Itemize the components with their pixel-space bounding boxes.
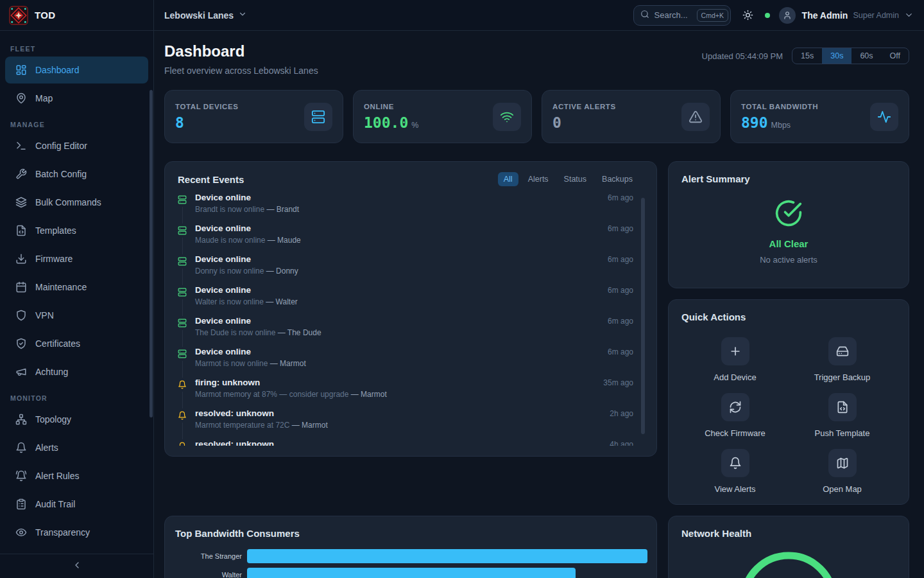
quick-action-trigger-backup: Trigger Backup [789, 337, 896, 382]
check-circle-icon [774, 199, 803, 230]
sidebar-item-batch-config[interactable]: Batch Config [5, 161, 148, 188]
network-icon [15, 414, 27, 425]
sidebar-item-dashboard[interactable]: Dashboard [5, 57, 148, 83]
stat-label: TOTAL DEVICES [175, 103, 304, 110]
sidebar-item-achtung[interactable]: Achtung [5, 358, 148, 385]
stat-suffix: % [411, 121, 418, 130]
sidebar-item-alert-rules[interactable]: Alert Rules [5, 462, 148, 489]
sidebar-item-bulk-commands[interactable]: Bulk Commands [5, 189, 148, 216]
alert-triangle-icon [681, 103, 710, 131]
sidebar-item-label: Certificates [35, 338, 80, 349]
brand-name: TOD [35, 10, 55, 21]
event-row: Device online6m agoBrandt is now online … [178, 193, 633, 223]
bell-icon [178, 408, 187, 423]
org-switcher[interactable]: Lebowski Lanes [164, 10, 247, 21]
event-tab-backups[interactable]: Backups [596, 172, 638, 186]
quick-actions-grid: Add DeviceTrigger BackupCheck FirmwarePu… [681, 337, 896, 494]
stat-suffix: Mbps [771, 121, 791, 130]
org-name: Lebowski Lanes [164, 10, 234, 21]
map-icon [836, 457, 849, 469]
add-device-button[interactable] [721, 337, 749, 365]
interval-button-15s[interactable]: 15s [792, 48, 822, 64]
stat-value: 100.0 [364, 114, 408, 131]
refresh-interval-group: 15s30s60sOff [792, 48, 909, 64]
network-health-card: Network Health 100 [668, 516, 909, 578]
check-firmware-button[interactable] [721, 393, 749, 421]
sidebar-item-vpn[interactable]: VPN [5, 302, 148, 329]
bandwidth-bar [247, 568, 576, 578]
bandwidth-title: Top Bandwidth Consumers [175, 528, 300, 539]
sidebar-item-topology[interactable]: Topology [5, 406, 148, 433]
interval-button-60s[interactable]: 60s [851, 48, 881, 64]
wifi-icon [493, 103, 521, 131]
trigger-backup-button[interactable] [828, 337, 857, 365]
quick-action-label: Push Template [815, 428, 870, 438]
sidebar-item-alerts[interactable]: Alerts [5, 434, 148, 461]
sidebar-item-label: Maintenance [35, 282, 87, 292]
event-time: 2h ago [610, 409, 633, 418]
sidebar-item-transparency[interactable]: Transparency [5, 519, 148, 546]
event-title: resolved: unknown [195, 439, 274, 446]
interval-button-off[interactable]: Off [882, 48, 909, 64]
layers-icon [15, 197, 27, 208]
event-description: Brandt is now online — Brandt [195, 205, 633, 214]
stats-row: TOTAL DEVICES8ONLINE100.0%ACTIVE ALERTS0… [164, 90, 909, 143]
user-role: Super Admin [853, 11, 899, 20]
events-list: Device online6m agoBrandt is now online … [178, 193, 647, 446]
hard-drive-icon [836, 345, 849, 358]
event-time: 6m ago [608, 193, 633, 202]
events-scrollbar[interactable] [641, 198, 645, 434]
sidebar-item-templates[interactable]: Templates [5, 217, 148, 244]
dashboard-content: Dashboard Fleet overview across Lebowski… [154, 31, 924, 578]
push-template-button[interactable] [828, 393, 857, 421]
stat-card-total-devices: TOTAL DEVICES8 [164, 90, 343, 143]
sidebar-item-maintenance[interactable]: Maintenance [5, 274, 148, 301]
left-column: Recent Events AllAlertsStatusBackups Dev… [164, 161, 657, 578]
shield-icon [15, 310, 27, 321]
event-time: 6m ago [608, 224, 633, 233]
chevron-down-icon [238, 10, 247, 21]
megaphone-icon [15, 366, 27, 378]
search-input[interactable] [654, 10, 692, 20]
open-map-button[interactable] [828, 449, 857, 477]
event-tab-all[interactable]: All [498, 172, 518, 186]
event-title: firing: unknown [195, 378, 260, 387]
event-tab-alerts[interactable]: Alerts [522, 172, 554, 186]
sidebar-item-firmware[interactable]: Firmware [5, 245, 148, 272]
search-box[interactable]: Cmd+K [633, 5, 731, 26]
view-alerts-button[interactable] [721, 449, 749, 477]
quick-action-push-template: Push Template [789, 393, 896, 438]
alert-status-text: All Clear [769, 238, 809, 249]
bell-icon [178, 378, 187, 392]
event-title: Device online [195, 347, 251, 356]
alert-summary-title: Alert Summary [681, 173, 750, 184]
sidebar-collapse-button[interactable] [0, 554, 153, 578]
sidebar-item-audit-trail[interactable]: Audit Trail [5, 491, 148, 518]
interval-button-30s[interactable]: 30s [822, 48, 851, 64]
alert-note-text: No active alerts [760, 255, 817, 265]
event-description: Walter is now online — Walter [195, 297, 633, 306]
sidebar-item-certificates[interactable]: Certificates [5, 330, 148, 357]
event-description: Marmot is now online — Marmot [195, 359, 633, 368]
avatar[interactable] [779, 7, 796, 24]
event-tab-status[interactable]: Status [558, 172, 592, 186]
event-row: Device online6m agoMaude is now online —… [178, 223, 633, 254]
theme-toggle-button[interactable] [742, 10, 753, 21]
stat-label: ACTIVE ALERTS [552, 103, 681, 110]
updated-timestamp: Updated 05:44:09 PM [702, 51, 783, 61]
event-title: Device online [195, 193, 251, 202]
sidebar-item-config-editor[interactable]: Config Editor [5, 132, 148, 159]
bandwidth-bar [247, 549, 647, 563]
file-code-icon [836, 401, 849, 414]
sidebar-item-map[interactable]: Map [5, 85, 148, 112]
stat-card-active-alerts: ACTIVE ALERTS0 [542, 90, 721, 143]
wrench-icon [15, 168, 27, 180]
sidebar-section-label: MANAGE [10, 121, 148, 128]
sidebar-item-label: Templates [35, 225, 76, 236]
server-icon [178, 347, 187, 361]
sidebar-scrollbar[interactable] [150, 90, 153, 417]
main-area: Lebowski Lanes Cmd+K The Admin Super Adm… [154, 0, 924, 578]
user-name: The Admin [802, 10, 848, 21]
calendar-icon [15, 281, 27, 293]
user-menu-chevron-icon[interactable] [904, 10, 914, 20]
